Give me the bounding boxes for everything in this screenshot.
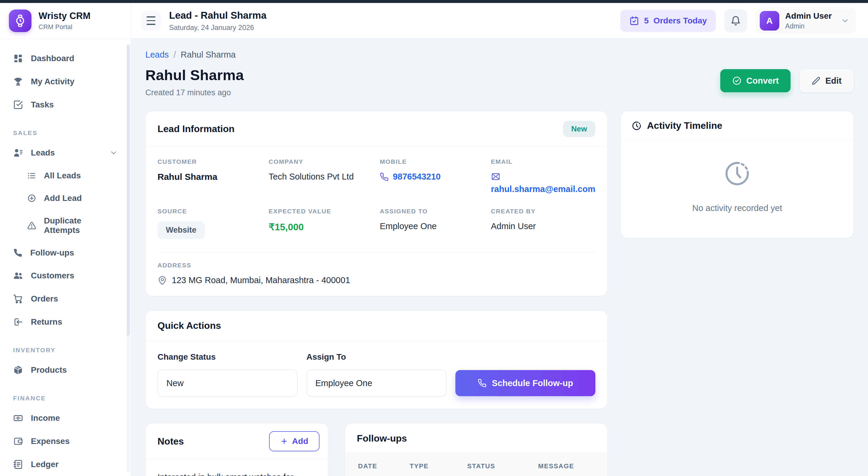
breadcrumb-separator: / xyxy=(174,50,176,60)
sidebar-section-inventory: INVENTORY xyxy=(8,334,123,359)
check-circle-icon xyxy=(732,76,742,86)
top-header: Lead - Rahul Sharma Saturday, 24 January… xyxy=(131,3,868,38)
phone-icon xyxy=(477,379,487,388)
sidebar-nav: Dashboard My Activity Tasks SALES Leads … xyxy=(0,38,131,476)
dashboard-icon xyxy=(13,53,23,63)
sidebar-scrollbar-track xyxy=(127,44,130,472)
mail-icon xyxy=(491,172,500,181)
sidebar-item-duplicate-attempts[interactable]: Duplicate Attempts xyxy=(8,210,123,241)
watch-icon xyxy=(9,9,31,32)
sidebar-item-label: Dashboard xyxy=(31,54,74,63)
page-title: Rahul Sharma xyxy=(145,67,244,83)
quick-actions-card: Quick Actions Change Status New Assign T… xyxy=(145,310,608,409)
assign-to-select[interactable]: Employee One xyxy=(306,369,446,397)
assign-to-label: Assign To xyxy=(306,352,446,362)
sidebar-item-products[interactable]: Products xyxy=(8,359,123,381)
user-role: Admin xyxy=(785,22,832,30)
check-square-icon xyxy=(13,100,23,110)
breadcrumb-leads-link[interactable]: Leads xyxy=(145,50,169,60)
sidebar-item-expenses[interactable]: Expenses xyxy=(8,430,123,452)
user-menu[interactable]: A Admin User Admin xyxy=(755,7,856,34)
sidebar-section-sales: SALES xyxy=(8,117,123,142)
source-pill: Website xyxy=(157,221,205,239)
note-text: Interested in bulk smart watches for cor… xyxy=(146,459,328,476)
sidebar-item-leads[interactable]: Leads xyxy=(8,142,123,164)
sidebar-item-label: Ledger xyxy=(31,460,58,469)
convert-button[interactable]: Convert xyxy=(720,69,791,92)
sidebar-item-label: Add Lead xyxy=(44,194,82,203)
field-email: EMAIL rahul.sharma@email.com xyxy=(491,158,595,194)
wallet-icon xyxy=(13,436,23,446)
cart-icon xyxy=(13,294,23,304)
phone-icon xyxy=(380,172,389,181)
email-link[interactable]: rahul.sharma@email.com xyxy=(491,172,595,194)
field-mobile: MOBILE 9876543210 xyxy=(380,158,482,194)
sidebar-item-label: Duplicate Attempts xyxy=(44,216,118,235)
clock-icon xyxy=(631,121,642,131)
notifications-button[interactable] xyxy=(724,9,747,32)
notes-title: Notes xyxy=(157,436,184,447)
app-name: Wristy CRM xyxy=(38,11,91,21)
app-tagline: CRM Portal xyxy=(38,23,91,31)
sidebar-item-ledger[interactable]: Ledger xyxy=(8,453,123,475)
schedule-follow-up-button[interactable]: Schedule Follow-up xyxy=(455,370,595,396)
lead-information-card: Lead Information New CUSTOMER Rahul Shar… xyxy=(145,111,608,296)
sidebar-item-label: Orders xyxy=(31,294,58,304)
activity-timeline-card: Activity Timeline No activity recorded y… xyxy=(621,111,854,238)
list-icon xyxy=(27,171,36,180)
alert-triangle-icon xyxy=(27,221,36,230)
ledger-icon xyxy=(13,459,23,470)
created-ago-text: Created 17 minutes ago xyxy=(145,88,244,97)
col-message: MESSAGE xyxy=(538,463,594,470)
sidebar-item-returns[interactable]: Returns xyxy=(8,311,123,333)
lead-status-badge: New xyxy=(563,121,595,137)
avatar: A xyxy=(760,11,779,31)
menu-button[interactable] xyxy=(141,11,161,31)
sidebar-item-my-activity[interactable]: My Activity xyxy=(8,71,123,93)
add-note-button[interactable]: Add xyxy=(269,431,319,451)
field-customer: CUSTOMER Rahul Sharma xyxy=(157,158,260,194)
sidebar: Wristy CRM CRM Portal Dashboard My Activ… xyxy=(0,3,131,476)
menu-icon xyxy=(147,16,155,18)
sidebar-item-dashboard[interactable]: Dashboard xyxy=(8,48,123,69)
address-text: 123 MG Road, Mumbai, Maharashtra - 40000… xyxy=(172,275,350,285)
edit-button[interactable]: Edit xyxy=(800,69,854,92)
mobile-link[interactable]: 9876543210 xyxy=(380,172,482,182)
sidebar-item-all-leads[interactable]: All Leads xyxy=(8,165,123,186)
sidebar-item-label: Customers xyxy=(31,271,74,280)
user-name: Admin User xyxy=(785,11,832,21)
leads-icon xyxy=(13,148,23,158)
package-icon xyxy=(13,365,23,375)
sidebar-item-label: Returns xyxy=(31,317,62,327)
col-type: TYPE xyxy=(410,463,460,470)
brand: Wristy CRM CRM Portal xyxy=(0,3,131,38)
return-icon xyxy=(13,317,23,327)
sidebar-item-orders[interactable]: Orders xyxy=(8,288,123,310)
change-status-label: Change Status xyxy=(157,352,298,362)
sidebar-item-customers[interactable]: Customers xyxy=(8,265,123,287)
field-address: ADDRESS 123 MG Road, Mumbai, Maharashtra… xyxy=(157,252,595,285)
sidebar-item-add-lead[interactable]: Add Lead xyxy=(8,187,123,209)
follow-ups-table-header: DATE TYPE STATUS MESSAGE xyxy=(345,452,607,476)
map-pin-icon xyxy=(157,276,167,285)
chevron-down-icon xyxy=(110,149,118,157)
sidebar-item-follow-ups[interactable]: Follow-ups xyxy=(8,242,123,264)
breadcrumb: Leads / Rahul Sharma xyxy=(145,50,854,60)
sidebar-item-income[interactable]: Income xyxy=(8,407,123,429)
sidebar-item-label: All Leads xyxy=(44,171,81,180)
sidebar-item-tasks[interactable]: Tasks xyxy=(8,94,123,116)
sidebar-scrollbar-thumb[interactable] xyxy=(127,44,130,336)
sidebar-item-label: My Activity xyxy=(31,77,74,86)
window-top-strip xyxy=(0,0,868,3)
follow-ups-card: Follow-ups DATE TYPE STATUS MESSAGE 24 J… xyxy=(345,423,608,476)
main-area: Lead - Rahul Sharma Saturday, 24 January… xyxy=(131,3,868,476)
expected-value: ₹15,000 xyxy=(269,221,371,233)
field-created-by: CREATED BY Admin User xyxy=(491,208,595,239)
plus-circle-icon xyxy=(27,194,36,203)
phone-icon xyxy=(13,248,23,258)
page-content: Leads / Rahul Sharma Rahul Sharma Create… xyxy=(131,38,868,476)
header-date: Saturday, 24 January 2026 xyxy=(169,24,267,32)
users-icon xyxy=(13,271,23,281)
orders-today-badge[interactable]: 5 Orders Today xyxy=(620,10,716,32)
status-select[interactable]: New xyxy=(157,369,298,397)
